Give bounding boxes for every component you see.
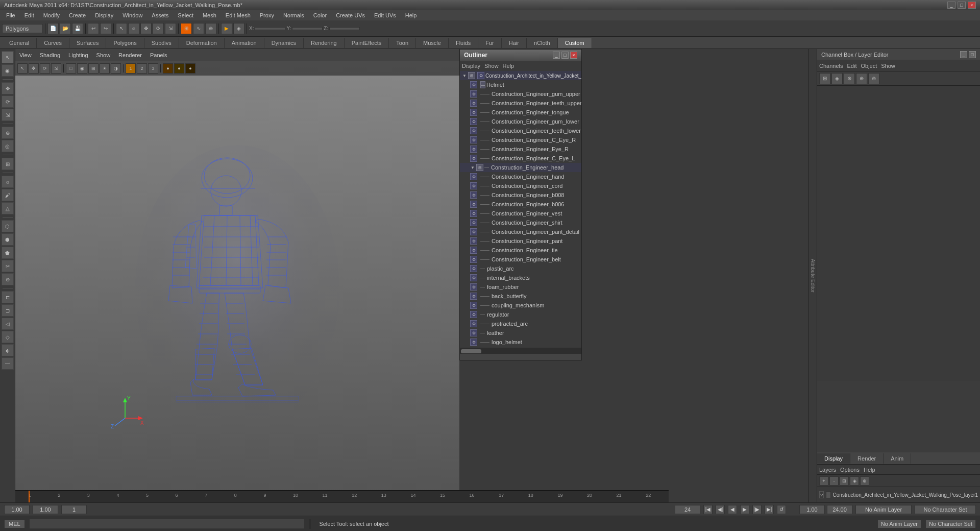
le-menu-layers[interactable]: Layers <box>819 467 836 473</box>
list-item[interactable]: ⚙ —— Construction_Engineer_Eye_R <box>460 144 581 154</box>
list-item[interactable]: ⚙ —— Construction_Engineer_vest <box>460 209 581 218</box>
list-item[interactable]: ⚙ —— Construction_Engineer_teeth_lower <box>460 126 581 135</box>
le-tab-display[interactable]: Display <box>817 453 850 464</box>
vp-menu-lighting[interactable]: Lighting <box>68 52 88 58</box>
play-forward-button[interactable]: ▶ <box>740 505 749 514</box>
cb-menu-object[interactable]: Object <box>861 63 877 69</box>
cb-icon-1[interactable]: ⊞ <box>819 73 830 84</box>
outliner-content[interactable]: ▼ ⊞ ⚙ Construction_Architect_in_Yellow_J… <box>460 71 581 348</box>
append-polygon-tool[interactable]: ⬟ <box>2 247 14 259</box>
vp-quality-low-btn[interactable]: 1 <box>126 63 136 74</box>
step-forward-button[interactable]: |▶ <box>752 505 762 514</box>
vp-smooth-btn[interactable]: ◉ <box>77 63 87 74</box>
select-tool-button[interactable]: ↖ <box>116 23 127 34</box>
le-add-btn[interactable]: + <box>819 476 828 486</box>
maximize-button[interactable]: □ <box>958 2 966 9</box>
list-item[interactable]: ⚙ —— Construction_Engineer_hand <box>460 172 581 181</box>
vp-select-btn[interactable]: ↖ <box>17 63 28 74</box>
char-set-status[interactable]: No Character Set <box>925 519 976 528</box>
tab-rendering[interactable]: Rendering <box>304 38 345 48</box>
tab-custom[interactable]: Custom <box>558 38 592 48</box>
hscroll-thumb[interactable] <box>461 349 481 353</box>
list-item[interactable]: ⚙ —— Construction_Engineer_tie <box>460 246 581 255</box>
anim-layer-dropdown[interactable]: No Anim Layer <box>855 505 912 514</box>
lasso-tool-button[interactable]: ⌾ <box>128 23 139 34</box>
menu-edit-uvs[interactable]: Edit UVs <box>370 11 400 19</box>
x-coord-field[interactable] <box>255 27 285 30</box>
bridge-tool[interactable]: ⊏ <box>2 291 14 303</box>
sculpt-tool[interactable]: △ <box>2 202 14 214</box>
timeline-track[interactable]: 1 2 3 4 5 6 7 8 9 10 11 12 13 14 15 16 1… <box>15 491 669 502</box>
lasso-tool-lt[interactable]: ⌾ <box>2 176 14 188</box>
le-del-btn[interactable]: - <box>829 476 839 486</box>
menu-mesh[interactable]: Mesh <box>199 11 220 19</box>
cb-menu-channels[interactable]: Channels <box>819 63 843 69</box>
expand-icon[interactable]: ▼ <box>462 73 467 78</box>
y-coord-field[interactable] <box>292 27 323 30</box>
cb-icon-2[interactable]: ◈ <box>831 73 843 84</box>
outliner-menu-show[interactable]: Show <box>484 63 499 69</box>
current-frame-field[interactable]: 1.00 <box>33 505 58 514</box>
list-item[interactable]: ⚙ —— coupling_mechanism <box>460 301 581 310</box>
vp-light-btn[interactable]: ☀ <box>100 63 110 74</box>
vp-light-3-btn[interactable]: ● <box>185 63 195 74</box>
tab-curves[interactable]: Curves <box>37 38 69 48</box>
le-icon-5[interactable]: ⊕ <box>860 476 869 486</box>
save-file-button[interactable]: 💾 <box>72 23 83 34</box>
menu-create[interactable]: Create <box>65 11 90 19</box>
cb-icon-5[interactable]: ⊜ <box>868 73 879 84</box>
cb-menu-edit[interactable]: Edit <box>847 63 856 69</box>
list-item[interactable]: ⚙ —— Construction_Engineer_tongue <box>460 108 581 117</box>
tab-subdivs[interactable]: Subdivs <box>144 38 179 48</box>
range-end-start-field[interactable]: 1.00 <box>799 505 825 514</box>
rotate-tool-button[interactable]: ⟳ <box>153 23 164 34</box>
list-item[interactable]: ⚙ —— Construction_Engineer_cord <box>460 181 581 190</box>
render-button[interactable]: ▶ <box>221 23 232 34</box>
tab-animation[interactable]: Animation <box>225 38 264 48</box>
vp-menu-show[interactable]: Show <box>96 52 111 58</box>
list-item[interactable]: ⚙ — foam_rubber <box>460 282 581 292</box>
menu-select[interactable]: Select <box>174 11 198 19</box>
redo-button[interactable]: ↪ <box>100 23 111 34</box>
vp-menu-renderer[interactable]: Renderer <box>118 52 142 58</box>
range-end-end-field[interactable]: 24.00 <box>827 505 852 514</box>
move-tool-lt[interactable]: ✥ <box>2 82 14 94</box>
list-item[interactable]: ⚙ —— logo_regulator <box>460 347 581 348</box>
vp-quality-high-btn[interactable]: 3 <box>148 63 158 74</box>
le-menu-help[interactable]: Help <box>864 467 875 473</box>
list-item[interactable]: ⚙ —— protracted_arc <box>460 319 581 328</box>
vp-scale-btn[interactable]: ⇲ <box>51 63 61 74</box>
list-item[interactable]: ⚙ — plastic_arc <box>460 264 581 273</box>
cb-restore-btn[interactable]: □ <box>969 51 976 58</box>
universal-manip-tool[interactable]: ⊛ <box>2 127 14 139</box>
menu-modify[interactable]: Modify <box>39 11 64 19</box>
play-back-button[interactable]: ◀ <box>728 505 737 514</box>
list-item[interactable]: ⚙ —— Construction_Engineer_gum_upper <box>460 89 581 99</box>
tab-ncloth[interactable]: nCloth <box>527 38 558 48</box>
menu-create-uvs[interactable]: Create UVs <box>332 11 369 19</box>
le-icon-4[interactable]: ◈ <box>850 476 859 486</box>
list-item[interactable]: ⚙ —— Construction_Engineer_C_Eye_R <box>460 135 581 144</box>
tab-toon[interactable]: Toon <box>389 38 416 48</box>
vp-texture-btn[interactable]: ⊞ <box>88 63 99 74</box>
select-tool-lt[interactable]: ↖ <box>2 51 14 63</box>
go-to-end-button[interactable]: ▶| <box>765 505 774 514</box>
wedge-tool[interactable]: ◁ <box>2 318 14 330</box>
soft-mod-tool[interactable]: ◎ <box>2 140 14 152</box>
frame-step-field[interactable]: 1 <box>61 505 87 514</box>
layer-visibility-toggle[interactable]: V <box>819 491 824 498</box>
menu-help[interactable]: Help <box>401 11 421 19</box>
split-polygon-tool[interactable]: ⬢ <box>2 233 14 246</box>
list-item[interactable]: ⚙ —— Construction_Engineer_teeth_upper <box>460 99 581 108</box>
paint-tool[interactable]: 🖌 <box>2 189 14 201</box>
list-item[interactable]: ⚙ —— Construction_Engineer_C_Eye_L <box>460 154 581 163</box>
tab-dynamics[interactable]: Dynamics <box>264 38 304 48</box>
snap-curve-button[interactable]: ∿ <box>193 23 204 34</box>
poke-tool[interactable]: ◇ <box>2 331 14 343</box>
show-manip-tool[interactable]: ⊞ <box>2 158 14 170</box>
list-item[interactable]: ⚙ — regulator <box>460 310 581 319</box>
range-start-field[interactable]: 1.00 <box>4 505 30 514</box>
cb-icon-3[interactable]: ⊛ <box>844 73 855 84</box>
rotate-tool-lt[interactable]: ⟳ <box>2 95 14 108</box>
poly-mode-label[interactable]: Polygons <box>2 24 43 33</box>
